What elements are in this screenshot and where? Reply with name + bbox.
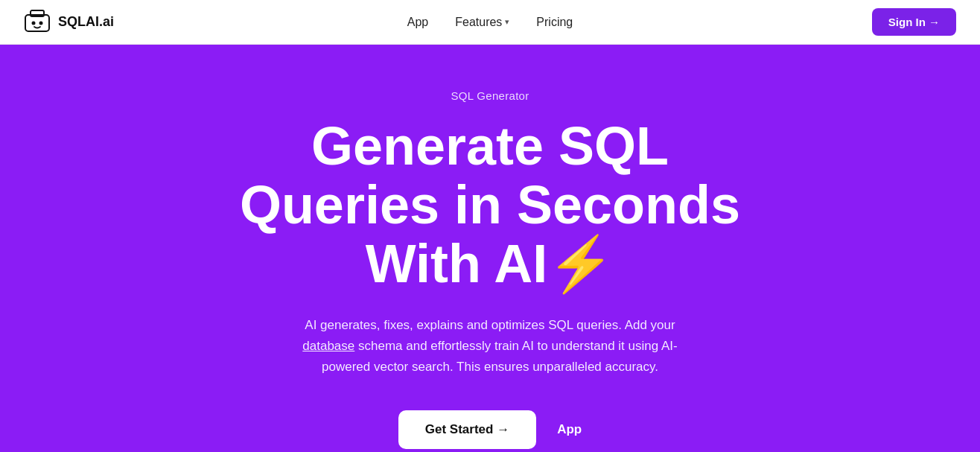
lightning-emoji: ⚡ <box>547 234 614 293</box>
nav-features[interactable]: Features ▾ <box>455 16 509 29</box>
svg-point-3 <box>39 21 43 25</box>
nav-app[interactable]: App <box>407 16 428 29</box>
logo-icon <box>24 9 51 36</box>
hero-app-link[interactable]: App <box>557 422 582 437</box>
sign-in-button[interactable]: Sign In → <box>872 8 956 36</box>
hero-title-line2: Queries in Seconds <box>240 175 740 235</box>
nav-pricing[interactable]: Pricing <box>536 16 573 29</box>
hero-title: Generate SQL Queries in Seconds With AI⚡ <box>240 117 740 294</box>
hero-title-line1: Generate SQL <box>311 116 669 176</box>
hero-label: SQL Generator <box>451 89 529 102</box>
svg-rect-0 <box>25 15 49 31</box>
svg-point-2 <box>32 21 36 25</box>
hero-buttons: Get Started → App <box>398 410 582 449</box>
hero-description: AI generates, fixes, explains and optimi… <box>281 315 699 378</box>
database-link[interactable]: database <box>302 339 354 353</box>
get-started-button[interactable]: Get Started → <box>398 410 536 449</box>
navbar-right: Sign In → <box>872 8 956 36</box>
logo-area: SQLAI.ai <box>24 9 114 36</box>
hero-title-line3: With AI <box>366 234 548 293</box>
navbar: SQLAI.ai App Features ▾ Pricing Sign In … <box>0 0 980 45</box>
hero-section: SQL Generator Generate SQL Queries in Se… <box>0 45 980 452</box>
nav-links: App Features ▾ Pricing <box>407 16 573 29</box>
features-chevron-icon: ▾ <box>505 17 509 27</box>
logo-text: SQLAI.ai <box>58 14 114 30</box>
